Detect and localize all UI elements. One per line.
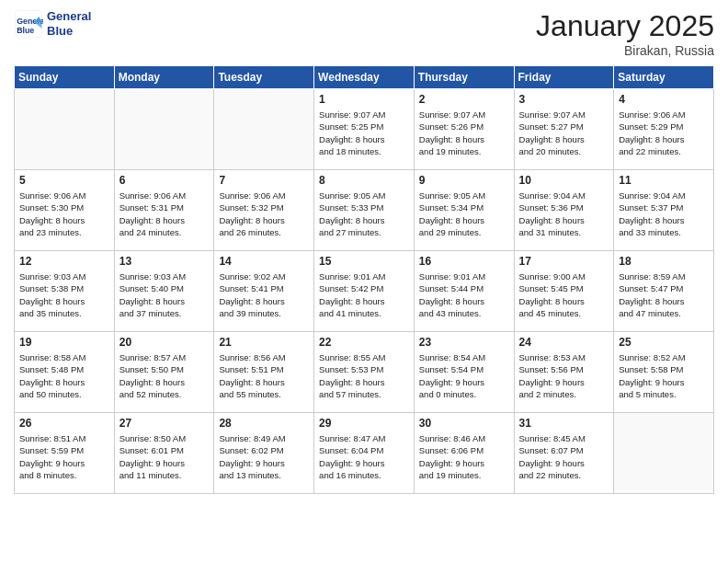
day-info: Sunrise: 9:07 AM Sunset: 5:26 PM Dayligh… bbox=[419, 109, 509, 157]
day-number: 3 bbox=[519, 93, 609, 106]
calendar-cell: 28Sunrise: 8:49 AM Sunset: 6:02 PM Dayli… bbox=[214, 413, 314, 494]
calendar-cell: 9Sunrise: 9:05 AM Sunset: 5:34 PM Daylig… bbox=[414, 170, 514, 251]
calendar-table: SundayMondayTuesdayWednesdayThursdayFrid… bbox=[14, 65, 714, 494]
day-info: Sunrise: 9:04 AM Sunset: 5:36 PM Dayligh… bbox=[519, 190, 609, 238]
day-info: Sunrise: 9:02 AM Sunset: 5:41 PM Dayligh… bbox=[219, 270, 309, 319]
logo-icon: General Blue bbox=[14, 9, 43, 39]
calendar-cell: 27Sunrise: 8:50 AM Sunset: 6:01 PM Dayli… bbox=[114, 413, 214, 494]
day-number: 30 bbox=[419, 417, 509, 430]
day-number: 16 bbox=[419, 255, 509, 268]
day-info: Sunrise: 8:45 AM Sunset: 6:07 PM Dayligh… bbox=[519, 432, 609, 481]
logo-text-blue: Blue bbox=[47, 24, 91, 39]
day-info: Sunrise: 8:55 AM Sunset: 5:53 PM Dayligh… bbox=[319, 351, 409, 400]
calendar-cell: 17Sunrise: 9:00 AM Sunset: 5:45 PM Dayli… bbox=[514, 251, 614, 332]
day-info: Sunrise: 9:04 AM Sunset: 5:37 PM Dayligh… bbox=[619, 190, 709, 238]
day-number: 23 bbox=[419, 336, 509, 349]
day-number: 17 bbox=[519, 255, 609, 268]
calendar-cell: 15Sunrise: 9:01 AM Sunset: 5:42 PM Dayli… bbox=[314, 251, 415, 332]
location: Birakan, Russia bbox=[536, 43, 714, 58]
day-number: 13 bbox=[119, 255, 210, 268]
day-number: 7 bbox=[219, 174, 309, 187]
day-number: 24 bbox=[519, 336, 609, 349]
day-number: 2 bbox=[419, 93, 509, 106]
day-info: Sunrise: 9:06 AM Sunset: 5:32 PM Dayligh… bbox=[219, 190, 309, 238]
day-number: 27 bbox=[119, 417, 210, 430]
day-number: 26 bbox=[19, 417, 109, 430]
page: General Blue General Blue January 2025 B… bbox=[0, 0, 728, 503]
day-info: Sunrise: 8:49 AM Sunset: 6:02 PM Dayligh… bbox=[219, 432, 309, 481]
day-number: 14 bbox=[219, 255, 309, 268]
weekday-header-saturday: Saturday bbox=[614, 66, 714, 89]
calendar-cell: 2Sunrise: 9:07 AM Sunset: 5:26 PM Daylig… bbox=[414, 89, 514, 170]
day-info: Sunrise: 9:07 AM Sunset: 5:25 PM Dayligh… bbox=[319, 109, 409, 157]
day-info: Sunrise: 9:00 AM Sunset: 5:45 PM Dayligh… bbox=[519, 270, 609, 319]
calendar-cell: 7Sunrise: 9:06 AM Sunset: 5:32 PM Daylig… bbox=[214, 170, 314, 251]
day-number: 31 bbox=[519, 417, 609, 430]
calendar-cell: 24Sunrise: 8:53 AM Sunset: 5:56 PM Dayli… bbox=[514, 332, 614, 413]
day-number: 20 bbox=[119, 336, 210, 349]
calendar-week-row: 5Sunrise: 9:06 AM Sunset: 5:30 PM Daylig… bbox=[15, 170, 714, 251]
day-info: Sunrise: 9:05 AM Sunset: 5:34 PM Dayligh… bbox=[419, 190, 509, 238]
day-info: Sunrise: 8:47 AM Sunset: 6:04 PM Dayligh… bbox=[319, 432, 409, 481]
calendar-cell: 4Sunrise: 9:06 AM Sunset: 5:29 PM Daylig… bbox=[614, 89, 714, 170]
day-info: Sunrise: 8:53 AM Sunset: 5:56 PM Dayligh… bbox=[519, 351, 609, 400]
day-info: Sunrise: 8:57 AM Sunset: 5:50 PM Dayligh… bbox=[119, 351, 210, 400]
calendar-cell: 11Sunrise: 9:04 AM Sunset: 5:37 PM Dayli… bbox=[614, 170, 714, 251]
calendar-cell bbox=[15, 89, 115, 170]
day-info: Sunrise: 9:03 AM Sunset: 5:40 PM Dayligh… bbox=[119, 270, 210, 319]
day-number: 10 bbox=[519, 174, 609, 187]
day-info: Sunrise: 8:54 AM Sunset: 5:54 PM Dayligh… bbox=[419, 351, 509, 400]
day-info: Sunrise: 9:07 AM Sunset: 5:27 PM Dayligh… bbox=[519, 109, 609, 157]
calendar-cell: 25Sunrise: 8:52 AM Sunset: 5:58 PM Dayli… bbox=[614, 332, 714, 413]
day-number: 1 bbox=[319, 93, 409, 106]
title-block: January 2025 Birakan, Russia bbox=[536, 9, 714, 58]
day-info: Sunrise: 9:01 AM Sunset: 5:44 PM Dayligh… bbox=[419, 270, 509, 319]
calendar-cell: 22Sunrise: 8:55 AM Sunset: 5:53 PM Dayli… bbox=[314, 332, 415, 413]
header: General Blue General Blue January 2025 B… bbox=[14, 9, 714, 58]
weekday-header-sunday: Sunday bbox=[15, 66, 115, 89]
calendar-cell: 13Sunrise: 9:03 AM Sunset: 5:40 PM Dayli… bbox=[114, 251, 214, 332]
calendar-cell: 31Sunrise: 8:45 AM Sunset: 6:07 PM Dayli… bbox=[514, 413, 614, 494]
day-info: Sunrise: 9:06 AM Sunset: 5:29 PM Dayligh… bbox=[619, 109, 709, 157]
calendar-cell: 3Sunrise: 9:07 AM Sunset: 5:27 PM Daylig… bbox=[514, 89, 614, 170]
day-info: Sunrise: 9:03 AM Sunset: 5:38 PM Dayligh… bbox=[19, 270, 109, 319]
day-info: Sunrise: 8:51 AM Sunset: 5:59 PM Dayligh… bbox=[19, 432, 109, 481]
calendar-cell: 12Sunrise: 9:03 AM Sunset: 5:38 PM Dayli… bbox=[15, 251, 115, 332]
day-number: 6 bbox=[119, 174, 210, 187]
day-info: Sunrise: 8:50 AM Sunset: 6:01 PM Dayligh… bbox=[119, 432, 210, 481]
day-info: Sunrise: 9:06 AM Sunset: 5:30 PM Dayligh… bbox=[19, 190, 109, 238]
calendar-cell: 18Sunrise: 8:59 AM Sunset: 5:47 PM Dayli… bbox=[614, 251, 714, 332]
calendar-cell: 14Sunrise: 9:02 AM Sunset: 5:41 PM Dayli… bbox=[214, 251, 314, 332]
weekday-header-friday: Friday bbox=[514, 66, 614, 89]
day-number: 15 bbox=[319, 255, 409, 268]
weekday-header-tuesday: Tuesday bbox=[214, 66, 314, 89]
day-number: 18 bbox=[619, 255, 709, 268]
weekday-header-wednesday: Wednesday bbox=[314, 66, 415, 89]
weekday-header-row: SundayMondayTuesdayWednesdayThursdayFrid… bbox=[15, 66, 714, 89]
calendar-cell: 26Sunrise: 8:51 AM Sunset: 5:59 PM Dayli… bbox=[15, 413, 115, 494]
calendar-cell bbox=[114, 89, 214, 170]
calendar-cell bbox=[214, 89, 314, 170]
calendar-week-row: 19Sunrise: 8:58 AM Sunset: 5:48 PM Dayli… bbox=[15, 332, 714, 413]
day-number: 28 bbox=[219, 417, 309, 430]
day-number: 29 bbox=[319, 417, 409, 430]
day-number: 19 bbox=[19, 336, 109, 349]
day-number: 11 bbox=[619, 174, 709, 187]
calendar-cell: 21Sunrise: 8:56 AM Sunset: 5:51 PM Dayli… bbox=[214, 332, 314, 413]
day-number: 25 bbox=[619, 336, 709, 349]
day-info: Sunrise: 8:52 AM Sunset: 5:58 PM Dayligh… bbox=[619, 351, 709, 400]
day-info: Sunrise: 9:05 AM Sunset: 5:33 PM Dayligh… bbox=[319, 190, 409, 238]
calendar-cell bbox=[614, 413, 714, 494]
day-info: Sunrise: 8:59 AM Sunset: 5:47 PM Dayligh… bbox=[619, 270, 709, 319]
calendar-cell: 30Sunrise: 8:46 AM Sunset: 6:06 PM Dayli… bbox=[414, 413, 514, 494]
day-number: 22 bbox=[319, 336, 409, 349]
day-number: 4 bbox=[619, 93, 709, 106]
day-number: 9 bbox=[419, 174, 509, 187]
calendar-cell: 5Sunrise: 9:06 AM Sunset: 5:30 PM Daylig… bbox=[15, 170, 115, 251]
day-number: 5 bbox=[19, 174, 109, 187]
logo: General Blue General Blue bbox=[14, 9, 91, 39]
calendar-cell: 19Sunrise: 8:58 AM Sunset: 5:48 PM Dayli… bbox=[15, 332, 115, 413]
calendar-cell: 23Sunrise: 8:54 AM Sunset: 5:54 PM Dayli… bbox=[414, 332, 514, 413]
day-number: 12 bbox=[19, 255, 109, 268]
calendar-cell: 8Sunrise: 9:05 AM Sunset: 5:33 PM Daylig… bbox=[314, 170, 415, 251]
